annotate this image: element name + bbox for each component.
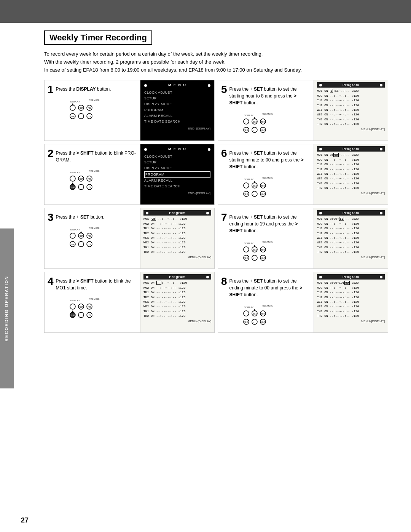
step-8-panel: Program MO1 ON 8:00→19:00 ₛ120 MO2 ON --… xyxy=(314,272,388,332)
svg-text:SHF: SHF xyxy=(244,257,248,259)
side-label: RECORDING OPERATION xyxy=(4,276,9,342)
svg-text:TRK: TRK xyxy=(88,178,92,180)
svg-marker-43 xyxy=(72,182,74,185)
step-7-text: Press the + SET button to set the ending… xyxy=(229,214,311,234)
svg-marker-71 xyxy=(80,231,82,233)
svg-text:LOC: LOC xyxy=(261,129,265,131)
step-8-text: Press the + SET button to set the ending… xyxy=(229,278,311,298)
step-5-text: Press the + SET button to set the starti… xyxy=(229,86,311,106)
svg-text:TIME MODE: TIME MODE xyxy=(262,305,273,307)
step-4-remote: DISPLAY TIME MODE SET TRK SHF ↓ LOC xyxy=(48,296,137,321)
svg-text:↓: ↓ xyxy=(253,193,254,195)
step-3-panel: Program MO1 ON --:--→--:-- ₛ120 MO2 ON -… xyxy=(140,208,214,268)
page-title: Weekly Timer Recording xyxy=(49,33,147,43)
svg-text:↓: ↓ xyxy=(253,257,254,259)
svg-text:SHF: SHF xyxy=(244,129,248,131)
step-4-panel: Program MO1 ON --:--→--:-- ₛ120 MO2 ON -… xyxy=(140,272,214,332)
svg-marker-99 xyxy=(72,310,74,313)
step-8: 8 Press the + SET button to set the endi… xyxy=(218,272,388,333)
svg-text:TIME MODE: TIME MODE xyxy=(89,227,100,229)
step-5-panel: Program MO1 ON 8:15→--:-- ₛ120 MO2 ON --… xyxy=(314,80,388,141)
step-3-number: 3 xyxy=(48,212,54,223)
svg-text:DISPLAY: DISPLAY xyxy=(70,171,80,174)
svg-text:TIME MODE: TIME MODE xyxy=(89,298,100,300)
svg-text:SHF: SHF xyxy=(244,193,248,195)
step-5: 5 Press the + SET button to set the star… xyxy=(218,80,388,141)
svg-text:TRK: TRK xyxy=(261,313,265,315)
intro-line-2: With the weekly timer recording, 2 progr… xyxy=(44,58,388,66)
svg-text:DISPLAY: DISPLAY xyxy=(244,178,253,181)
step-1-text: Press the DISPLAY button. xyxy=(56,86,111,93)
svg-point-74 xyxy=(244,247,249,252)
svg-text:SET: SET xyxy=(80,306,83,308)
svg-point-102 xyxy=(244,311,249,316)
side-label-container: RECORDING OPERATION xyxy=(0,228,14,388)
svg-text:↑: ↑ xyxy=(72,107,72,109)
step-2-text: Press the > SHIFT button to blink PRO-GR… xyxy=(56,150,137,163)
svg-text:DISPLAY: DISPLAY xyxy=(244,306,253,308)
step-3: 3 Press the + SET button. DISPLAY TIME M… xyxy=(44,208,215,269)
svg-text:TRK: TRK xyxy=(261,185,265,187)
svg-text:TIME MODE: TIME MODE xyxy=(262,177,273,179)
svg-text:LOC: LOC xyxy=(88,243,92,246)
step-2-remote: DISPLAY TIME MODE SET TRK SHF ↓ LOC xyxy=(48,168,137,193)
steps-grid: 1 Press the DISPLAY button. DISPLAY TIME… xyxy=(44,80,388,333)
svg-marker-14 xyxy=(72,103,74,105)
svg-text:TIME MODE: TIME MODE xyxy=(89,99,100,101)
intro-line-3: In case of setting EPA18 from 8:00 to 19… xyxy=(44,66,388,74)
svg-text:LOC: LOC xyxy=(88,314,92,316)
svg-text:SET: SET xyxy=(80,178,83,180)
svg-text:DISPLAY: DISPLAY xyxy=(244,114,253,117)
svg-text:SHF: SHF xyxy=(71,186,75,189)
svg-point-88 xyxy=(70,304,75,309)
svg-text:SET: SET xyxy=(253,249,257,251)
page-number: 27 xyxy=(21,516,29,524)
svg-text:SET: SET xyxy=(80,107,83,109)
svg-text:DISPLAY: DISPLAY xyxy=(70,299,80,302)
step-8-number: 8 xyxy=(221,276,227,287)
svg-marker-113 xyxy=(253,309,256,311)
svg-text:DISPLAY: DISPLAY xyxy=(244,242,253,244)
svg-point-17 xyxy=(244,119,249,124)
step-4-number: 4 xyxy=(48,276,54,287)
step-1-panel: M E N U CLOCK ADJUST SETUP DISPLAY MODE … xyxy=(140,80,214,141)
svg-text:TIME MODE: TIME MODE xyxy=(89,170,100,172)
svg-text:↓: ↓ xyxy=(80,186,81,189)
step-8-remote: DISPLAY TIME MODE SET TRK SHF ↓ LOC xyxy=(221,303,311,328)
svg-text:SET: SET xyxy=(253,121,257,123)
step-5-number: 5 xyxy=(221,84,227,95)
step-7-number: 7 xyxy=(221,212,227,223)
step-2: 2 Press the > SHIFT button to blink PRO-… xyxy=(44,144,215,205)
step-2-number: 2 xyxy=(48,148,54,159)
svg-marker-85 xyxy=(253,245,256,247)
step-1-number: 1 xyxy=(48,84,54,95)
svg-text:LOC: LOC xyxy=(88,186,92,189)
svg-text:TRK: TRK xyxy=(261,121,265,123)
svg-text:SET: SET xyxy=(253,185,257,187)
step-6: 6 Press the + SET button to set the star… xyxy=(218,144,388,205)
svg-text:↑: ↑ xyxy=(245,121,246,123)
step-4: 4 Press the > SHIFT button to blink the … xyxy=(44,272,215,333)
step-2-panel: M E N U CLOCK ADJUST SETUP DISPLAY MODE … xyxy=(140,144,214,204)
svg-point-60 xyxy=(70,233,75,238)
step-7-panel: Program MO1 ON 8:00→19:-- ₛ120 MO2 ON --… xyxy=(314,208,388,268)
svg-text:SET: SET xyxy=(80,235,83,237)
step-3-text: Press the + SET button. xyxy=(56,214,105,220)
step-7-remote: DISPLAY TIME MODE SET TRK SHF ↓ LOC xyxy=(221,239,311,264)
svg-text:LOC: LOC xyxy=(261,321,265,323)
svg-text:LOC: LOC xyxy=(261,257,265,259)
svg-marker-29 xyxy=(253,117,256,119)
svg-text:TIME MODE: TIME MODE xyxy=(262,113,273,115)
step-6-panel: Program MO1 ON 8:00→--:-- ₛ120 MO2 ON --… xyxy=(314,144,388,204)
svg-text:TRK: TRK xyxy=(88,235,92,237)
step-1: 1 Press the DISPLAY button. DISPLAY TIME… xyxy=(44,80,215,141)
step-6-text: Press the + SET button to set the starti… xyxy=(229,150,311,170)
svg-text:↓: ↓ xyxy=(80,115,81,118)
step-7: 7 Press the + SET button to set the endi… xyxy=(218,208,388,269)
top-bar xyxy=(0,0,411,23)
svg-text:↓: ↓ xyxy=(80,314,81,316)
svg-text:SHF: SHF xyxy=(244,321,248,323)
svg-text:TRK: TRK xyxy=(88,107,92,109)
svg-point-2 xyxy=(70,105,75,110)
svg-point-46 xyxy=(244,183,249,188)
